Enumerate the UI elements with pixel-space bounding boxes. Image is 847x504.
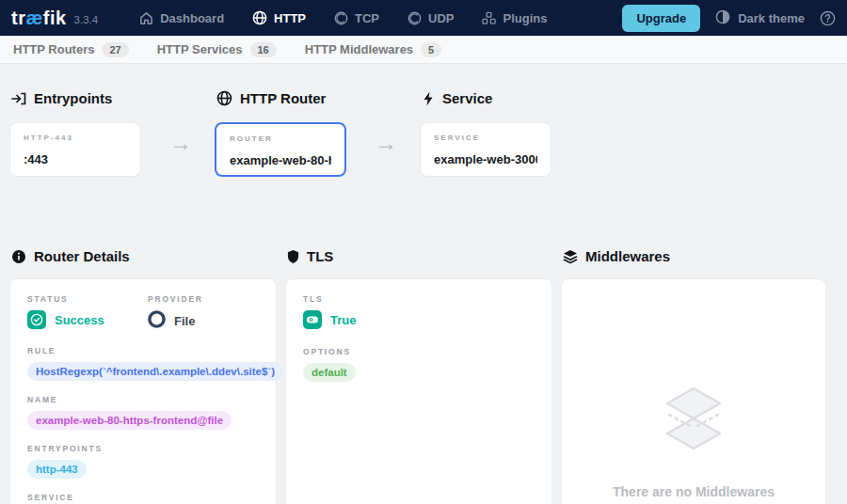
entrypoints-label: ENTRYPOINTS bbox=[27, 444, 259, 453]
nav-item-label: UDP bbox=[428, 11, 454, 25]
service-card-label: SERVICE bbox=[434, 134, 537, 142]
success-check-icon bbox=[27, 310, 46, 329]
service-card: SERVICE example-web-3000 bbox=[420, 122, 551, 177]
swirl-icon bbox=[334, 11, 348, 25]
section-title-text: Service bbox=[442, 90, 492, 106]
entrypoint-card: HTTP-443 :443 bbox=[9, 122, 141, 177]
section-title-text: Router Details bbox=[34, 248, 130, 264]
shield-icon bbox=[287, 249, 299, 264]
globe-icon bbox=[252, 10, 267, 25]
contrast-icon bbox=[715, 9, 730, 27]
tab-count-badge: 5 bbox=[421, 42, 441, 57]
home-icon bbox=[139, 11, 153, 25]
layers-icon bbox=[563, 249, 578, 264]
empty-layers-icon bbox=[648, 385, 739, 460]
middlewares-panel: There are no Middlewares configured bbox=[561, 278, 826, 504]
flow-arrow-icon: → bbox=[169, 130, 192, 156]
provider-label: PROVIDER bbox=[148, 294, 203, 304]
section-title-text: Entrypoints bbox=[34, 90, 112, 106]
info-icon bbox=[11, 249, 26, 264]
status-value: Success bbox=[55, 313, 104, 327]
nav-item-udp[interactable]: UDP bbox=[408, 11, 454, 25]
nav-item-http[interactable]: HTTP bbox=[252, 10, 306, 25]
router-card-label: ROUTER bbox=[230, 134, 331, 143]
theme-label: Dark theme bbox=[738, 11, 805, 25]
logo-ae: æ bbox=[25, 8, 42, 28]
router-card: ROUTER example-web-80-https... bbox=[215, 122, 346, 177]
tab-http-middlewares[interactable]: HTTP Middlewares 5 bbox=[305, 42, 441, 57]
router-card-value: example-web-80-https... bbox=[230, 153, 331, 167]
nav-item-label: HTTP bbox=[274, 11, 306, 25]
section-title-text: Middlewares bbox=[585, 248, 670, 264]
top-navbar: træfik 3.3.4 Dashboard HTTP TCP UDP Plug… bbox=[0, 0, 847, 36]
tls-label: TLS bbox=[303, 294, 535, 304]
tab-count-badge: 16 bbox=[250, 42, 277, 57]
rule-chip: HostRegexp(`^frontend\.example\.ddev\.si… bbox=[27, 362, 283, 381]
tls-value: True bbox=[330, 313, 356, 327]
section-title-text: TLS bbox=[307, 248, 333, 264]
version-label: 3.3.4 bbox=[74, 14, 99, 25]
service-label: SERVICE bbox=[27, 493, 259, 502]
login-arrow-icon bbox=[11, 91, 26, 106]
http-router-section-title: HTTP Router bbox=[216, 90, 326, 106]
tab-label: HTTP Services bbox=[157, 42, 243, 56]
name-chip: example-web-80-https-frontend@file bbox=[27, 411, 232, 430]
rule-label: RULE bbox=[27, 346, 259, 355]
nav-item-dashboard[interactable]: Dashboard bbox=[139, 11, 224, 25]
tls-options-chip: default bbox=[303, 363, 356, 382]
tls-options-label: OPTIONS bbox=[303, 347, 535, 356]
middlewares-empty-state: There are no Middlewares configured bbox=[579, 294, 808, 504]
file-provider-icon bbox=[148, 310, 166, 332]
tls-title: TLS bbox=[287, 248, 333, 264]
help-icon[interactable] bbox=[820, 10, 836, 26]
sub-tabbar: HTTP Routers 27 HTTP Services 16 HTTP Mi… bbox=[0, 36, 847, 64]
entrypoint-card-label: HTTP-443 bbox=[24, 134, 127, 142]
nav-item-label: TCP bbox=[355, 11, 379, 25]
plugins-icon bbox=[482, 11, 496, 25]
traefik-logo[interactable]: træfik bbox=[11, 8, 67, 29]
navbar-right: Upgrade Dark theme bbox=[622, 5, 836, 32]
logo-text: fik bbox=[43, 8, 67, 28]
flow-arrow-icon: → bbox=[375, 130, 397, 156]
tab-http-routers[interactable]: HTTP Routers 27 bbox=[13, 42, 129, 57]
service-card-value: example-web-3000 bbox=[434, 152, 537, 166]
name-label: NAME bbox=[27, 395, 259, 404]
entrypoints-section-title: Entrypoints bbox=[11, 90, 112, 106]
nav-item-label: Plugins bbox=[503, 11, 547, 25]
main-nav: Dashboard HTTP TCP UDP Plugins bbox=[139, 10, 547, 25]
tab-label: HTTP Routers bbox=[13, 42, 94, 56]
tls-toggle-icon bbox=[303, 310, 322, 329]
provider-value: File bbox=[174, 314, 195, 328]
empty-state-text: There are no Middlewares configured bbox=[599, 482, 788, 504]
status-label: STATUS bbox=[27, 294, 148, 304]
nav-item-plugins[interactable]: Plugins bbox=[482, 11, 547, 25]
tab-http-services[interactable]: HTTP Services 16 bbox=[157, 42, 277, 57]
middlewares-title: Middlewares bbox=[563, 248, 670, 264]
upgrade-button[interactable]: Upgrade bbox=[622, 5, 700, 32]
nav-item-label: Dashboard bbox=[160, 11, 224, 25]
bolt-icon bbox=[422, 91, 435, 106]
tls-panel: TLS True OPTIONS default bbox=[285, 278, 552, 504]
router-details-panel: STATUS Success PROVIDER File RULE HostRe… bbox=[9, 278, 277, 504]
nav-item-tcp[interactable]: TCP bbox=[334, 11, 379, 25]
router-details-title: Router Details bbox=[11, 248, 130, 264]
globe-icon bbox=[216, 90, 232, 106]
logo-text: tr bbox=[11, 8, 25, 28]
tab-label: HTTP Middlewares bbox=[305, 42, 413, 56]
service-section-title: Service bbox=[422, 90, 492, 106]
main-content: Entrypoints HTTP Router Service HTTP-443… bbox=[0, 64, 847, 504]
entrypoint-chip: http-443 bbox=[27, 460, 87, 479]
section-title-text: HTTP Router bbox=[240, 90, 326, 106]
tab-count-badge: 27 bbox=[102, 42, 128, 57]
entrypoint-card-value: :443 bbox=[24, 152, 127, 166]
swirl-icon bbox=[408, 11, 422, 25]
theme-toggle[interactable]: Dark theme bbox=[715, 9, 805, 27]
